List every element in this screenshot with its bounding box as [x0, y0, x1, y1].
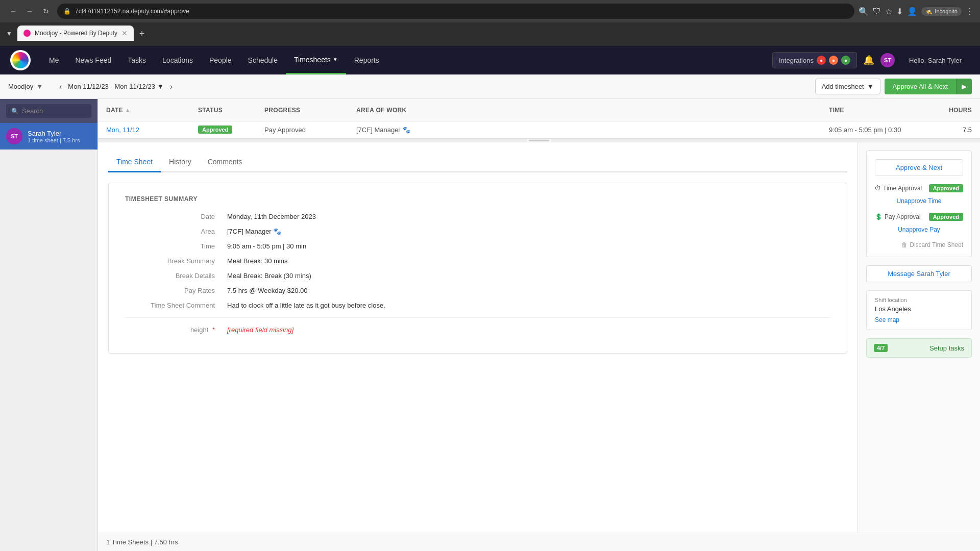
nav-people[interactable]: People	[201, 46, 240, 74]
pay-approved-badge: Approved	[929, 213, 963, 221]
approve-next-button[interactable]: Approve & Next	[875, 159, 963, 176]
detail-area: Time Sheet History Comments TIMESHEET SU…	[98, 142, 980, 533]
summary-row-break-details: Break Details Meal Break: Break (30 mins…	[125, 272, 830, 280]
time-approved-badge: Approved	[929, 184, 963, 192]
integration-dot-green: ●	[841, 56, 850, 65]
row-status: Approved	[198, 126, 264, 134]
location-name: Moodjoy	[8, 83, 33, 90]
unapprove-pay-link[interactable]: Unapprove Pay	[875, 224, 963, 235]
left-panel: 🔍 ST Sarah Tyler 1 time sheet | 7.5 hrs	[0, 99, 98, 551]
row-time: 9:05 am - 5:05 pm | 0:30	[829, 126, 931, 134]
integrations-button[interactable]: Integrations ● ● ●	[772, 52, 857, 68]
integration-dot-orange: ●	[829, 56, 838, 65]
approve-all-next-button[interactable]: Approve All & Next	[885, 79, 956, 94]
browser-reload-button[interactable]: ↻	[39, 4, 53, 18]
browser-bookmark-icon[interactable]: ☆	[885, 7, 892, 16]
nav-newsfeed[interactable]: News Feed	[67, 46, 119, 74]
search-input[interactable]	[22, 107, 86, 115]
shift-location-name: Los Angeles	[875, 305, 963, 313]
date-prev-button[interactable]: ‹	[57, 80, 64, 93]
employee-list-item[interactable]: ST Sarah Tyler 1 time sheet | 7.5 hrs	[0, 123, 97, 150]
timesheets-label: Timesheets	[294, 56, 331, 64]
browser-action-icons: 🔍 🛡 ☆ ⬇ 👤 🕵 Incognito ⋮	[859, 7, 974, 16]
avatar: ST	[6, 128, 22, 144]
see-map-link[interactable]: See map	[875, 316, 899, 323]
table-row[interactable]: Mon, 11/12 Approved Pay Approved [7CF] M…	[98, 121, 980, 138]
browser-chrome: ← → ↻ 🔒 7cf47d19112152.na.deputy.com/#ap…	[0, 0, 980, 46]
browser-toolbar: ← → ↻ 🔒 7cf47d19112152.na.deputy.com/#ap…	[0, 0, 980, 22]
add-timesheet-button[interactable]: Add timesheet ▼	[815, 79, 880, 94]
summary-row-date: Date Monday, 11th December 2023	[125, 213, 830, 220]
bottom-bar-count: 1 Time Sheets | 7.50 hrs	[106, 538, 178, 546]
app-logo[interactable]	[10, 50, 31, 70]
discard-row: 🗑 Discard Time Sheet	[875, 241, 963, 248]
browser-tabs: ▼ Moodjoy - Powered By Deputy ✕ +	[0, 22, 980, 41]
summary-break-summary-value: Meal Break: 30 mins	[227, 257, 288, 265]
sub-header-right: Add timesheet ▼ Approve All & Next ▶	[815, 79, 972, 94]
col-header-status: Status	[198, 107, 264, 114]
status-badge: Approved	[198, 126, 232, 134]
user-greeting[interactable]: Hello, Sarah Tyler	[901, 46, 970, 74]
pay-approval-label: 💲 Pay Approval	[875, 213, 921, 220]
browser-active-tab[interactable]: Moodjoy - Powered By Deputy ✕	[17, 26, 134, 41]
summary-time-label: Time	[125, 242, 227, 250]
browser-shield-icon[interactable]: 🛡	[873, 7, 881, 16]
summary-row-height: height * [required field missing]	[125, 326, 830, 334]
logo-icon	[12, 52, 29, 68]
required-star: *	[212, 326, 215, 334]
top-navigation: Me News Feed Tasks Locations People Sche…	[0, 46, 980, 74]
row-area-text: [7CF] Manager 🐾	[356, 126, 410, 134]
panel-divider[interactable]	[98, 138, 980, 142]
browser-address-bar[interactable]: 🔒 7cf47d19112152.na.deputy.com/#approve	[57, 4, 854, 19]
location-selector[interactable]: Moodjoy ▼	[8, 83, 43, 90]
detail-sidebar: Approve & Next ⏱ Time Approval Approved …	[857, 142, 980, 533]
discard-timesheet-link[interactable]: Discard Time Sheet	[910, 241, 963, 248]
time-approval-section: ⏱ Time Approval Approved Unapprove Time	[875, 184, 963, 207]
row-hours: 7.5	[931, 126, 972, 134]
nav-reports[interactable]: Reports	[346, 46, 387, 74]
col-header-date[interactable]: Date ▲	[106, 107, 198, 114]
shift-location-label: Shift location	[875, 297, 963, 303]
new-tab-button[interactable]: +	[135, 27, 149, 41]
nav-timesheets[interactable]: Timesheets ▼	[286, 46, 346, 74]
tab-timesheet[interactable]: Time Sheet	[108, 153, 161, 172]
date-range-selector[interactable]: Mon 11/12/23 - Mon 11/12/23 ▼	[68, 83, 163, 90]
summary-date-value: Monday, 11th December 2023	[227, 213, 316, 220]
pay-approval-row: 💲 Pay Approval Approved	[875, 213, 963, 221]
time-approval-label: ⏱ Time Approval	[875, 185, 922, 192]
search-icon: 🔍	[11, 108, 19, 115]
add-timesheet-label: Add timesheet	[822, 83, 864, 90]
browser-search-icon[interactable]: 🔍	[859, 7, 869, 16]
date-next-button[interactable]: ›	[168, 80, 175, 93]
app-container: Me News Feed Tasks Locations People Sche…	[0, 46, 980, 551]
unapprove-time-link[interactable]: Unapprove Time	[875, 195, 963, 207]
tab-comments[interactable]: Comments	[200, 153, 251, 172]
sub-header: Moodjoy ▼ ‹ Mon 11/12/23 - Mon 11/12/23 …	[0, 74, 980, 99]
browser-download-icon[interactable]: ⬇	[896, 7, 903, 16]
integration-dot-red: ●	[817, 56, 826, 65]
browser-tab-list-button[interactable]: ▼	[4, 27, 14, 41]
notification-bell-icon[interactable]: 🔔	[863, 55, 874, 66]
tab-history[interactable]: History	[161, 153, 200, 172]
nav-me[interactable]: Me	[41, 46, 67, 74]
nav-locations[interactable]: Locations	[154, 46, 201, 74]
main-content: 🔍 ST Sarah Tyler 1 time sheet | 7.5 hrs …	[0, 99, 980, 551]
tab-close-button[interactable]: ✕	[121, 29, 128, 37]
nav-tasks[interactable]: Tasks	[119, 46, 154, 74]
setup-tasks-card[interactable]: 4/7 Setup tasks	[866, 338, 972, 358]
browser-back-button[interactable]: ←	[6, 4, 20, 18]
browser-forward-button[interactable]: →	[22, 4, 37, 18]
summary-card: TIMESHEET SUMMARY Date Monday, 11th Dece…	[108, 183, 847, 354]
table-header: Date ▲ Status Progress Area of Work Time…	[98, 99, 980, 121]
col-header-time: Time	[829, 107, 931, 114]
browser-menu-icon[interactable]: ⋮	[966, 7, 974, 16]
setup-tasks-progress: 4/7	[874, 344, 888, 352]
approve-all-next-arrow[interactable]: ▶	[956, 79, 972, 94]
col-header-area: Area of Work	[356, 107, 829, 114]
summary-break-details-value: Meal Break: Break (30 mins)	[227, 272, 311, 280]
message-user-button[interactable]: Message Sarah Tyler	[866, 265, 972, 282]
lock-icon: 🔒	[63, 8, 71, 15]
browser-profile-icon[interactable]: 👤	[907, 7, 917, 16]
nav-schedule[interactable]: Schedule	[240, 46, 286, 74]
trash-icon: 🗑	[901, 241, 908, 248]
